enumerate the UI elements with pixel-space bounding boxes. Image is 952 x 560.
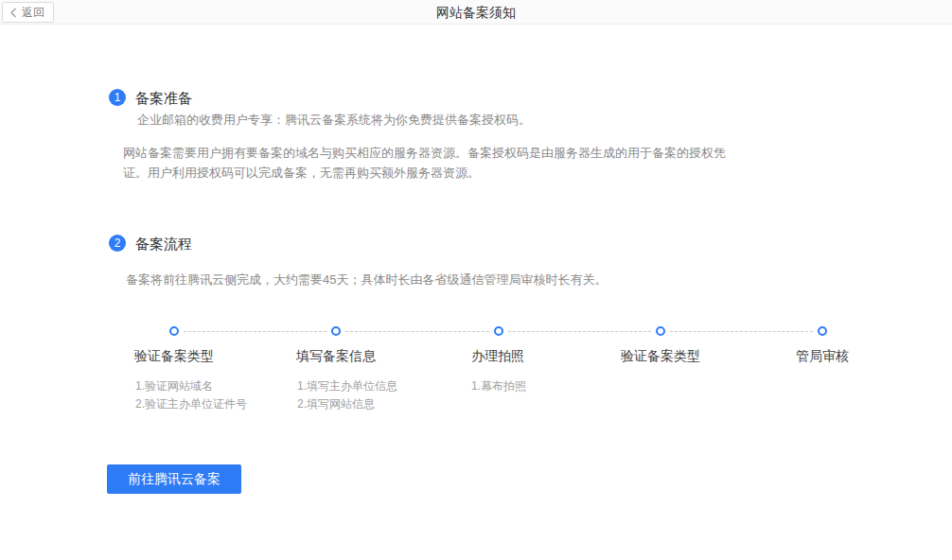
step-substeps-2: 1.填写主办单位信息 2.填写网站信息: [297, 377, 397, 413]
step-node-icon: [818, 326, 827, 336]
step-connector: [184, 331, 326, 332]
filing-notice-page: 网站备案须知 返回 1 备案准备 企业邮箱的收费用户专享：腾讯云备案系统将为你免…: [0, 0, 952, 560]
step-node-icon: [656, 326, 665, 336]
substep-item: 1.填写主办单位信息: [297, 377, 397, 395]
step-node-icon: [169, 326, 179, 336]
step-node-icon: [494, 326, 503, 336]
step-label-review: 管局审核: [796, 348, 849, 363]
step-number-badge-1: 1: [109, 89, 126, 106]
step-node-icon: [331, 326, 341, 336]
step-number-badge-2: 2: [109, 235, 126, 252]
step-substeps-1: 1.验证网站域名 2.验证主办单位证件号: [135, 377, 247, 413]
go-to-tencent-cloud-filing-button[interactable]: 前往腾讯云备案: [107, 464, 241, 494]
substep-item: 1.验证网站域名: [135, 377, 247, 395]
step-label-verify-type-1: 验证备案类型: [134, 348, 214, 363]
step-label-fill-info: 填写备案信息: [296, 348, 376, 363]
substep-item: 1.幕布拍照: [471, 377, 526, 395]
step-connector: [508, 331, 651, 332]
substep-item: 2.验证主办单位证件号: [135, 395, 247, 413]
prepare-paragraph: 网站备案需要用户拥有要备案的域名与购买相应的服务器资源。备案授权码是由服务器生成…: [123, 143, 744, 183]
prepare-highlight-line: 企业邮箱的收费用户专享：腾讯云备案系统将为你免费提供备案授权码。: [137, 110, 531, 130]
top-bar: 网站备案须知 返回: [0, 0, 952, 25]
section-prepare-title: 备案准备: [135, 90, 192, 107]
section-process-title: 备案流程: [135, 236, 192, 253]
back-button[interactable]: 返回: [2, 2, 54, 23]
step-connector: [670, 331, 813, 332]
step-label-photo: 办理拍照: [471, 348, 524, 363]
step-label-verify-type-2: 验证备案类型: [621, 348, 700, 363]
step-substeps-3: 1.幕布拍照: [471, 377, 526, 395]
step-connector: [345, 331, 489, 332]
process-intro: 备案将前往腾讯云侧完成，大约需要45天；具体时长由各省级通信管理局审核时长有关。: [126, 270, 607, 289]
page-title: 网站备案须知: [0, 0, 952, 25]
substep-item: 2.填写网站信息: [297, 395, 397, 413]
back-button-label: 返回: [22, 5, 44, 21]
chevron-left-icon: [9, 8, 17, 18]
